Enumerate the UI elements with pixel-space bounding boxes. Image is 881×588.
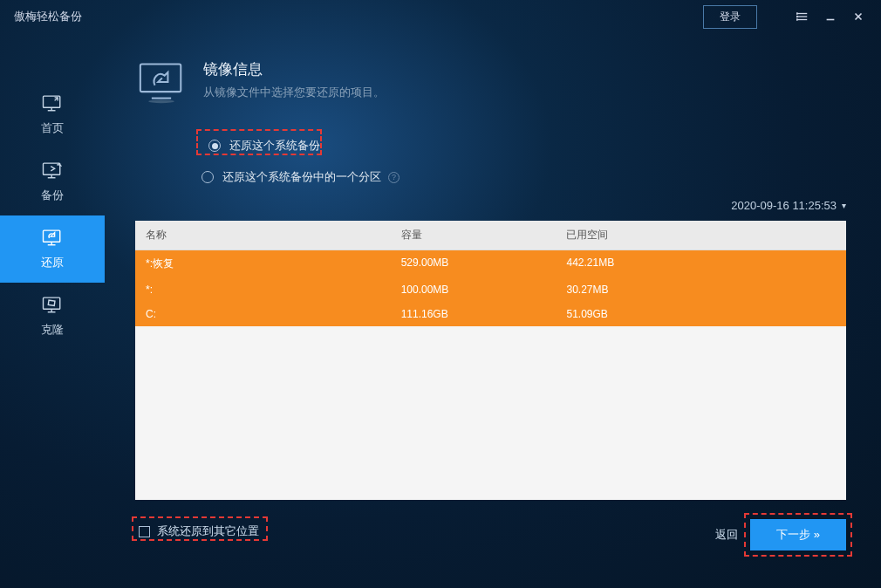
- radio-full-restore[interactable]: 还原这个系统备份: [201, 133, 846, 159]
- image-info-icon: [135, 59, 188, 108]
- backup-icon: [40, 161, 65, 182]
- chevron-down-icon: ▾: [842, 201, 846, 210]
- sidebar-item-restore[interactable]: 还原: [0, 215, 105, 283]
- page-subtitle: 从镜像文件中选择您要还原的项目。: [203, 85, 385, 100]
- sidebar-item-label: 首页: [41, 120, 64, 136]
- sidebar-item-backup[interactable]: 备份: [0, 148, 105, 215]
- footer-buttons: 返回 下一步 »: [715, 519, 846, 550]
- sidebar-item-label: 备份: [41, 188, 64, 203]
- svg-point-4: [796, 16, 797, 17]
- footer-row: 系统还原到其它位置 返回 下一步 »: [135, 512, 846, 550]
- table-body: *:恢复 529.00MB 442.21MB *: 100.00MB 30.27…: [135, 250, 846, 326]
- restore-options: 还原这个系统备份 还原这个系统备份中的一个分区 ?: [201, 133, 846, 185]
- help-icon[interactable]: ?: [388, 172, 400, 183]
- svg-point-24: [148, 99, 174, 103]
- svg-rect-18: [44, 297, 60, 309]
- backup-timestamp-selector[interactable]: 2020-09-16 11:25:53 ▾: [135, 199, 846, 212]
- page-header: 镜像信息 从镜像文件中选择您要还原的项目。: [135, 59, 846, 108]
- checkbox-icon: [139, 526, 150, 537]
- table-header: 名称 容量 已用空间: [135, 221, 846, 250]
- titlebar: 傲梅轻松备份 登录: [0, 0, 881, 33]
- svg-point-5: [796, 19, 797, 20]
- close-icon[interactable]: [844, 3, 872, 30]
- table-row[interactable]: C: 111.16GB 51.09GB: [135, 302, 846, 326]
- sidebar-item-label: 还原: [41, 255, 64, 270]
- restore-icon: [40, 228, 65, 250]
- sidebar: 首页 备份 还原 克隆: [0, 33, 105, 588]
- radio-icon: [201, 171, 214, 183]
- clone-icon: [40, 295, 65, 317]
- titlebar-controls: 登录: [703, 3, 872, 30]
- table-row[interactable]: *:恢复 529.00MB 442.21MB: [135, 250, 846, 277]
- minimize-icon[interactable]: [816, 3, 844, 30]
- app-title: 傲梅轻松备份: [14, 9, 82, 24]
- col-header-size: 容量: [401, 228, 567, 243]
- checkbox-label: 系统还原到其它位置: [157, 523, 259, 539]
- page-title: 镜像信息: [203, 59, 385, 79]
- radio-partition-restore[interactable]: 还原这个系统备份中的一个分区 ?: [201, 169, 846, 185]
- radio-label: 还原这个系统备份中的一个分区: [222, 169, 381, 185]
- sidebar-item-clone[interactable]: 克隆: [0, 283, 105, 350]
- restore-other-location-checkbox[interactable]: 系统还原到其它位置: [135, 518, 268, 544]
- svg-rect-22: [140, 65, 181, 92]
- col-header-used: 已用空间: [566, 228, 836, 243]
- timestamp-text: 2020-09-16 11:25:53: [731, 199, 837, 212]
- back-button[interactable]: 返回: [715, 527, 738, 543]
- content-area: 镜像信息 从镜像文件中选择您要还原的项目。 还原这个系统备份 还原这个系统备份中…: [105, 33, 881, 588]
- menu-icon[interactable]: [789, 3, 816, 30]
- col-header-name: 名称: [146, 228, 401, 243]
- next-button[interactable]: 下一步 »: [750, 519, 846, 550]
- svg-rect-21: [48, 300, 55, 305]
- svg-point-3: [796, 13, 797, 14]
- partition-table: 名称 容量 已用空间 *:恢复 529.00MB 442.21MB *: 100…: [135, 221, 846, 500]
- radio-icon: [208, 140, 221, 152]
- sidebar-item-home[interactable]: 首页: [0, 81, 105, 148]
- table-row[interactable]: *: 100.00MB 30.27MB: [135, 277, 846, 302]
- sidebar-item-label: 克隆: [41, 322, 64, 338]
- login-button[interactable]: 登录: [703, 5, 757, 29]
- radio-label: 还原这个系统备份: [229, 138, 320, 154]
- home-icon: [40, 93, 65, 115]
